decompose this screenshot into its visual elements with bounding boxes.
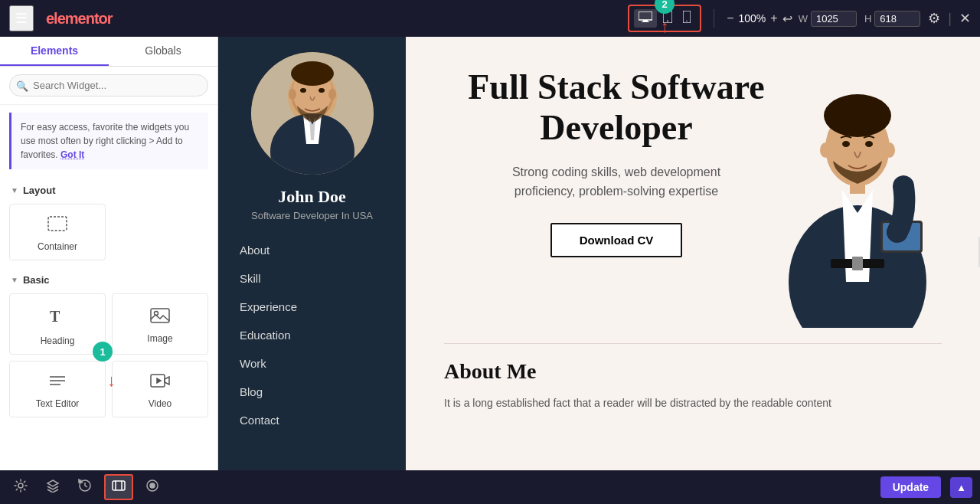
hero-subtitle: Strong coding skills, web developmentpro…: [444, 162, 789, 201]
basic-section-label: Basic: [23, 274, 50, 286]
nav-item-skill[interactable]: Skill: [230, 265, 394, 292]
svg-point-42: [18, 483, 23, 488]
text-editor-label: Text Editor: [36, 398, 80, 409]
about-title: About Me: [444, 359, 942, 384]
svg-rect-2: [642, 21, 649, 22]
svg-rect-9: [151, 309, 169, 322]
text-editor-widget[interactable]: Text Editor: [9, 361, 106, 417]
zoom-out-button[interactable]: −: [727, 11, 733, 25]
cta-area: Download CV: [444, 223, 789, 257]
hero-section: Full Stack Software Developer Strong cod…: [444, 67, 942, 343]
heading-widget[interactable]: T Heading 1 ↓: [9, 293, 106, 355]
svg-rect-1: [643, 20, 648, 21]
height-field: H: [864, 11, 920, 27]
video-widget[interactable]: Video: [112, 361, 208, 417]
about-text: It is a long established fact that a rea…: [444, 394, 942, 413]
heading-icon: T: [47, 305, 68, 331]
svg-rect-32: [852, 257, 863, 270]
settings-bottom-button[interactable]: [8, 476, 34, 499]
image-icon: [149, 307, 171, 329]
width-field: W: [799, 11, 857, 27]
topbar-right: W H ⚙ | ✕: [799, 10, 971, 27]
svg-marker-43: [47, 480, 58, 486]
responsive-bottom-button[interactable]: [104, 474, 133, 500]
search-widget-input[interactable]: [9, 74, 208, 97]
svg-point-26: [328, 89, 336, 100]
layout-arrow-icon: ▼: [11, 186, 18, 195]
undo-button[interactable]: ↩: [782, 11, 792, 26]
hero-title: Full Stack Software Developer: [444, 67, 789, 149]
zoom-value: 100%: [738, 12, 766, 25]
history-bottom-button[interactable]: [72, 476, 98, 499]
nav-item-experience[interactable]: Experience: [230, 293, 394, 320]
basic-section-header[interactable]: ▼ Basic: [0, 267, 217, 290]
panel-tabs: Elements Globals: [0, 37, 217, 67]
zoom-controls: − 100% + ↩: [727, 11, 792, 26]
layout-section-label: Layout: [23, 185, 56, 196]
step1-badge: 1: [93, 342, 113, 362]
video-icon: [149, 372, 171, 394]
update-chevron-button[interactable]: ▲: [950, 477, 972, 498]
tab-globals[interactable]: Globals: [109, 37, 217, 66]
svg-rect-0: [639, 11, 652, 20]
mobile-view-button[interactable]: [678, 8, 695, 28]
height-label: H: [864, 13, 871, 25]
layout-section-header[interactable]: ▼ Layout: [0, 177, 217, 201]
svg-rect-7: [48, 217, 67, 231]
tab-elements[interactable]: Elements: [0, 37, 109, 66]
zoom-in-button[interactable]: +: [770, 11, 777, 25]
heading-label: Heading: [41, 335, 75, 346]
avatar: [251, 52, 374, 175]
close-button[interactable]: ✕: [959, 10, 971, 27]
resume-person-name: John Doe: [278, 187, 346, 207]
notice-text: For easy access, favorite the widgets yo…: [21, 122, 189, 160]
hamburger-menu-button[interactable]: ☰: [9, 5, 34, 31]
nav-item-work[interactable]: Work: [230, 350, 394, 377]
svg-marker-15: [165, 377, 169, 385]
resume-sidebar: John Doe Software Developer In USA About…: [218, 37, 406, 470]
svg-point-28: [318, 88, 325, 93]
layers-bottom-button[interactable]: [40, 476, 66, 499]
app-logo: elementor: [46, 10, 622, 28]
panel-notice: For easy access, favorite the widgets yo…: [9, 113, 208, 169]
svg-point-27: [300, 88, 306, 93]
panel-content: ▼ Layout Container ▼ Basic: [0, 177, 217, 470]
step1-arrow-icon: ↓: [107, 371, 116, 391]
panel-search-area: 🔍: [0, 67, 217, 105]
topbar-divider: [714, 9, 714, 28]
svg-marker-16: [157, 378, 161, 383]
nav-item-education[interactable]: Education: [230, 322, 394, 349]
update-button[interactable]: Update: [880, 476, 941, 498]
svg-point-6: [686, 21, 688, 22]
divider-icon: |: [948, 11, 952, 27]
basic-widgets-grid: T Heading 1 ↓ Image: [0, 290, 217, 424]
about-section: About Me It is a long established fact t…: [444, 343, 942, 413]
left-panel: Elements Globals 🔍 For easy access, favo…: [0, 37, 218, 470]
color-bottom-button[interactable]: [139, 476, 165, 499]
width-input[interactable]: [811, 11, 857, 27]
search-icon: 🔍: [16, 80, 28, 91]
resume-person-title: Software Developer In USA: [251, 210, 373, 221]
settings-button[interactable]: ⚙: [928, 10, 940, 27]
nav-item-blog[interactable]: Blog: [230, 378, 394, 405]
image-widget[interactable]: Image: [112, 293, 208, 355]
resume-main-content: Full Stack Software Developer Strong cod…: [406, 37, 980, 470]
layout-widgets-grid: Container: [0, 201, 217, 267]
container-widget[interactable]: Container: [9, 204, 106, 260]
width-label: W: [799, 13, 808, 25]
desktop-view-button[interactable]: [634, 9, 657, 28]
svg-point-50: [150, 483, 155, 488]
got-it-link[interactable]: Got It: [60, 149, 84, 160]
svg-rect-46: [113, 481, 125, 490]
svg-point-25: [289, 89, 296, 100]
bottom-bar: Update ▲: [0, 470, 980, 504]
main-area: Elements Globals 🔍 For easy access, favo…: [0, 37, 980, 470]
nav-item-about[interactable]: About: [230, 237, 394, 263]
download-cv-button[interactable]: Download CV: [550, 223, 683, 257]
text-editor-icon: [47, 372, 68, 394]
nav-item-contact[interactable]: Contact: [230, 407, 394, 434]
preview-area: John Doe Software Developer In USA About…: [218, 37, 980, 470]
container-label: Container: [38, 241, 77, 252]
svg-point-21: [291, 61, 334, 86]
height-input[interactable]: [874, 11, 920, 27]
